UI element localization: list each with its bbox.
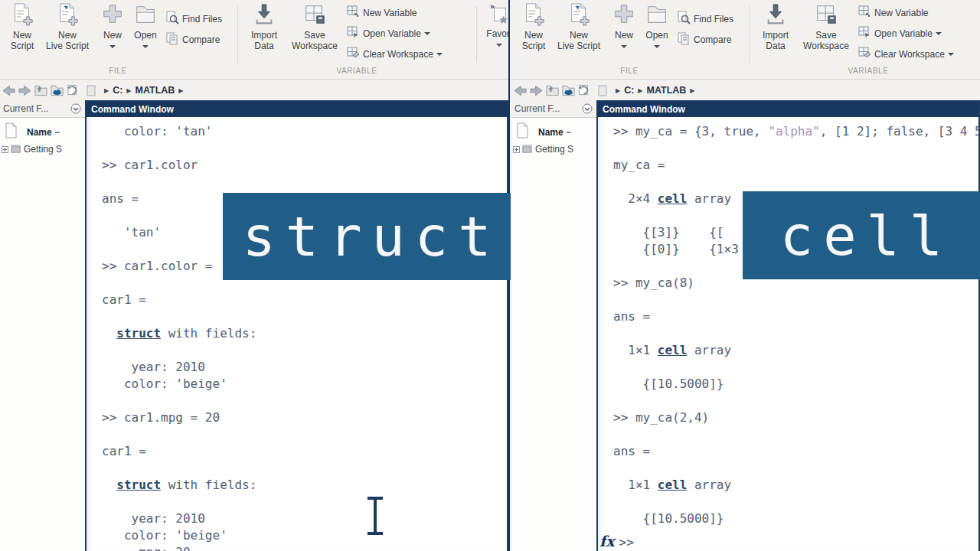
- command-line: year: 2010: [102, 510, 507, 527]
- command-line: {[10.5000]}: [613, 376, 978, 393]
- clear-workspace-label: Clear Workspace: [363, 49, 433, 60]
- new-document-icon: [516, 122, 529, 142]
- breadcrumb: ▶ C: ▶ MATLAB ▶: [616, 85, 695, 96]
- breadcrumb-folder[interactable]: MATLAB: [647, 85, 687, 96]
- clear-workspace-icon: [346, 46, 360, 62]
- compare-label: Compare: [694, 34, 731, 45]
- save-workspace-label-1: Save: [815, 30, 836, 41]
- new-variable-icon: [858, 5, 871, 21]
- folder-small-icon: [522, 142, 532, 156]
- folder-up-icon[interactable]: [34, 83, 48, 97]
- command-line: year: 2010: [102, 359, 507, 376]
- compare-button[interactable]: Compare: [677, 31, 747, 47]
- open-variable-caret: [936, 32, 942, 35]
- open-variable-button[interactable]: Open Variable: [858, 25, 980, 41]
- current-folder-header[interactable]: Current F...: [0, 100, 85, 117]
- new-variable-button[interactable]: New Variable: [346, 5, 475, 21]
- forward-icon[interactable]: [529, 83, 544, 97]
- recent-document-icon[interactable]: [577, 83, 592, 97]
- command-line: [613, 325, 978, 342]
- clear-workspace-button[interactable]: Clear Workspace: [346, 46, 475, 62]
- import-data-label-2: Data: [254, 41, 273, 51]
- command-line: color: 'beige': [102, 376, 507, 393]
- command-window-content[interactable]: >> my_ca = {3, true, "alpha", [1 2]; fal…: [598, 117, 978, 551]
- new-button[interactable]: New: [96, 2, 129, 51]
- new-dropdown-caret: [109, 45, 116, 48]
- command-window-content[interactable]: color: 'tan' >> car1.color ans = 'tan' >…: [87, 117, 507, 551]
- open-button[interactable]: Open: [640, 2, 674, 51]
- new-script-button[interactable]: New Script: [5, 2, 40, 51]
- find-files-button[interactable]: Find Files: [677, 11, 747, 27]
- breadcrumb-arrow-icon: ▶: [126, 87, 131, 94]
- open-variable-caret: [424, 32, 430, 35]
- command-line: color: 'beige': [102, 527, 507, 544]
- command-line: car1 =: [102, 292, 507, 308]
- command-line: >> my_ca(2,4): [613, 409, 978, 426]
- name-column-label: Name: [27, 127, 52, 138]
- command-line: car1 =: [102, 443, 507, 460]
- new-button[interactable]: New: [608, 2, 640, 51]
- new-document-icon: [5, 122, 18, 142]
- favorites-button[interactable]: » Favori: [482, 2, 510, 50]
- breadcrumb-drive[interactable]: C:: [113, 85, 122, 96]
- compare-button[interactable]: Compare: [165, 31, 236, 47]
- clear-workspace-button[interactable]: Clear Workspace: [858, 46, 980, 62]
- new-script-label-1: New: [524, 30, 543, 41]
- open-variable-button[interactable]: Open Variable: [346, 25, 475, 41]
- command-line: [613, 460, 978, 477]
- command-window-title[interactable]: Command Window: [598, 102, 978, 117]
- open-icon: [129, 2, 162, 29]
- struct-banner: struct: [223, 193, 511, 280]
- find-files-icon: [677, 11, 691, 27]
- breadcrumb-arrow-icon: ▶: [616, 87, 620, 94]
- open-button[interactable]: Open: [129, 2, 162, 51]
- open-variable-label: Open Variable: [874, 28, 933, 39]
- current-folder-header[interactable]: Current F...: [511, 100, 596, 117]
- breadcrumb-drive[interactable]: C:: [624, 85, 634, 96]
- import-data-label-1: Import: [763, 30, 789, 41]
- recent-document-icon[interactable]: [66, 83, 80, 97]
- new-live-script-button[interactable]: New Live Script: [553, 2, 605, 51]
- back-icon[interactable]: [513, 83, 528, 97]
- name-column-header[interactable]: Name: [516, 122, 571, 142]
- new-script-button[interactable]: New Script: [516, 2, 551, 51]
- save-workspace-label-1: Save: [304, 30, 325, 41]
- name-column-header[interactable]: Name: [5, 122, 60, 142]
- command-line: >> my_ca = {3, true, "alpha", [1 2]; fal…: [613, 123, 978, 140]
- panel-menu-icon[interactable]: [582, 103, 593, 116]
- folder-cloud-icon[interactable]: [50, 83, 64, 97]
- sort-indicator-icon: [567, 132, 571, 133]
- clear-workspace-caret: [948, 53, 954, 56]
- folder-tree-item[interactable]: Getting S: [2, 142, 62, 156]
- save-workspace-button[interactable]: Save Workspace: [286, 2, 343, 51]
- back-icon[interactable]: [2, 83, 16, 97]
- fx-icon[interactable]: fx: [599, 533, 615, 549]
- forward-icon[interactable]: [18, 83, 32, 97]
- new-live-script-label-1: New: [570, 30, 588, 41]
- folder-tree-item[interactable]: Getting S: [513, 142, 573, 156]
- command-line: {[10.5000]}: [613, 510, 978, 527]
- panel-menu-icon[interactable]: [70, 103, 81, 116]
- toolstrip: New Script New Live Script: [0, 0, 508, 80]
- ibeam-cursor: [365, 497, 385, 535]
- command-line: [613, 359, 978, 376]
- new-live-script-button[interactable]: New Live Script: [41, 2, 93, 51]
- cell-banner: cell: [743, 191, 980, 279]
- folder-up-icon[interactable]: [545, 83, 560, 97]
- new-live-script-label-2: Live Script: [557, 41, 600, 51]
- new-live-script-label-1: New: [58, 30, 77, 41]
- name-column-label: Name: [538, 127, 564, 138]
- command-window-title[interactable]: Command Window: [87, 102, 507, 117]
- save-workspace-icon: [286, 2, 343, 29]
- find-files-button[interactable]: Find Files: [165, 11, 236, 27]
- new-variable-button[interactable]: New Variable: [858, 5, 980, 21]
- find-files-label: Find Files: [694, 14, 733, 24]
- breadcrumb-arrow-icon: ▶: [638, 87, 642, 94]
- folder-cloud-icon[interactable]: [561, 83, 576, 97]
- main-area: Current F... Name: [511, 100, 980, 551]
- save-workspace-button[interactable]: Save Workspace: [798, 2, 854, 51]
- import-data-button[interactable]: Import Data: [243, 2, 285, 51]
- breadcrumb-folder[interactable]: MATLAB: [136, 85, 175, 96]
- import-data-button[interactable]: Import Data: [755, 2, 796, 51]
- command-line: mpg: 20: [102, 544, 507, 551]
